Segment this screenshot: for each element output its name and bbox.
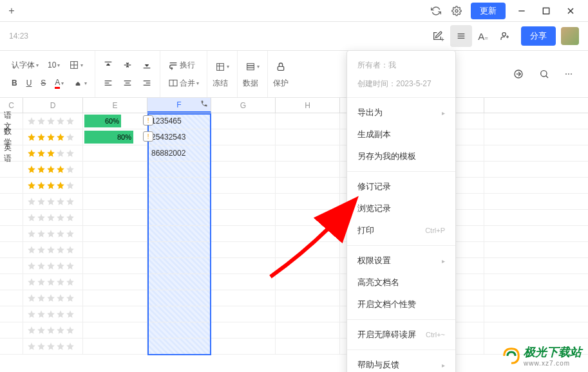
cell[interactable] [276,258,340,274]
cell[interactable] [211,129,276,145]
new-tab-button[interactable]: + [5,5,18,17]
cell[interactable] [276,274,340,290]
cell[interactable] [0,339,23,354]
cell[interactable] [0,322,23,338]
cell[interactable] [147,242,211,257]
share-button[interactable]: 分享 [521,26,556,46]
cell-progress[interactable] [83,194,147,209]
cell-stars[interactable] [23,113,83,129]
cell[interactable] [276,226,340,241]
cell[interactable] [147,322,211,338]
cell[interactable] [211,226,276,241]
menu-save-template[interactable]: 另存为我的模板 [347,145,455,167]
valign-top-button[interactable] [100,58,116,72]
cell-progress[interactable] [83,210,147,225]
cell-stars[interactable] [23,194,83,209]
cell[interactable] [0,210,23,225]
table-row[interactable]: 数学 80%! 25432543 [0,129,588,145]
table-row[interactable]: 英语 86882002 [0,145,588,162]
cell-progress[interactable] [83,258,147,274]
cell[interactable] [147,339,211,354]
menu-browse[interactable]: 浏览记录 [347,198,455,219]
table-row[interactable]: 语文 60%! 1235465 [0,113,588,129]
text-format-icon[interactable]: A= [472,25,494,47]
menu-like[interactable]: 开启文档个性赞 [347,293,455,315]
table-row[interactable] [0,306,588,322]
cell[interactable] [276,290,340,306]
settings-icon[interactable] [446,1,467,21]
fill-color-button[interactable]: ▾ [70,76,90,90]
cell[interactable] [0,162,23,177]
cell-stars[interactable] [23,226,83,241]
add-collaborator-icon[interactable] [494,25,516,47]
cell-progress[interactable] [83,242,147,257]
align-left-button[interactable] [100,76,116,90]
cell[interactable] [276,145,340,161]
warning-icon[interactable]: ! [143,131,153,142]
table-row[interactable] [0,339,588,355]
fontsize-select[interactable]: 10▾ [45,58,62,72]
bold-button[interactable]: B [9,76,20,90]
refresh-icon[interactable] [426,1,446,21]
cell[interactable] [276,306,340,322]
col-header-d[interactable]: D [23,98,83,113]
cell-stars[interactable] [23,339,83,354]
table-row[interactable] [0,178,588,194]
cell-progress[interactable] [83,178,147,193]
cell[interactable] [147,290,211,306]
cell[interactable] [0,290,23,306]
cell[interactable] [0,194,23,209]
cell[interactable]: 英语 [0,145,23,161]
menu-accessibility[interactable]: 开启无障碍读屏Ctrl+~ [347,324,455,346]
cell[interactable] [147,306,211,322]
cell[interactable] [211,162,276,177]
cell-stars[interactable] [23,290,83,306]
cell-stars[interactable] [23,242,83,257]
warning-icon[interactable]: ! [143,115,153,126]
cell-progress[interactable] [83,162,147,177]
cell-stars[interactable] [23,274,83,290]
cell-stars[interactable] [23,306,83,322]
cell-stars[interactable] [23,178,83,193]
search-icon[interactable] [536,67,552,81]
cell-stars[interactable] [23,129,83,145]
cell[interactable] [276,322,340,338]
menu-help[interactable]: 帮助与反馈▸ [347,354,455,372]
cell-progress[interactable] [83,339,147,354]
export-icon[interactable] [511,67,526,81]
menu-copy[interactable]: 生成副本 [347,124,455,145]
cell[interactable] [276,242,340,257]
table-row[interactable] [0,194,588,210]
menu-button[interactable] [450,25,472,47]
close-button[interactable] [558,1,583,21]
table-row[interactable] [0,242,588,258]
text-color-button[interactable]: A▾ [52,76,66,90]
cell-progress[interactable] [83,290,147,306]
cell[interactable] [0,306,23,322]
cell[interactable] [147,258,211,274]
more-icon[interactable]: ⋯ [562,67,575,81]
cell[interactable] [276,194,340,209]
menu-highlight[interactable]: 高亮文档名 [347,272,455,293]
table-row[interactable] [0,210,588,226]
update-button[interactable]: 更新 [471,3,506,19]
cell[interactable] [147,226,211,241]
cell-stars[interactable] [23,145,83,161]
cell-stars[interactable] [23,258,83,274]
cell-progress[interactable]: 80%! [83,129,147,145]
cell-progress[interactable] [83,274,147,290]
cell[interactable]: 86882002 [147,145,211,161]
table-row[interactable] [0,226,588,242]
avatar[interactable] [561,27,579,45]
align-center-button[interactable] [120,76,135,90]
col-header-h[interactable]: H [276,98,340,113]
cell[interactable] [147,178,211,193]
table-row[interactable] [0,290,588,306]
table-row[interactable] [0,162,588,178]
freeze-button[interactable]: ▾ [213,60,232,74]
table-row[interactable] [0,258,588,274]
cell[interactable] [0,274,23,290]
menu-permissions[interactable]: 权限设置▸ [347,250,455,272]
border-button[interactable]: ▾ [66,58,86,72]
cell[interactable]: 1235465 [147,113,211,129]
